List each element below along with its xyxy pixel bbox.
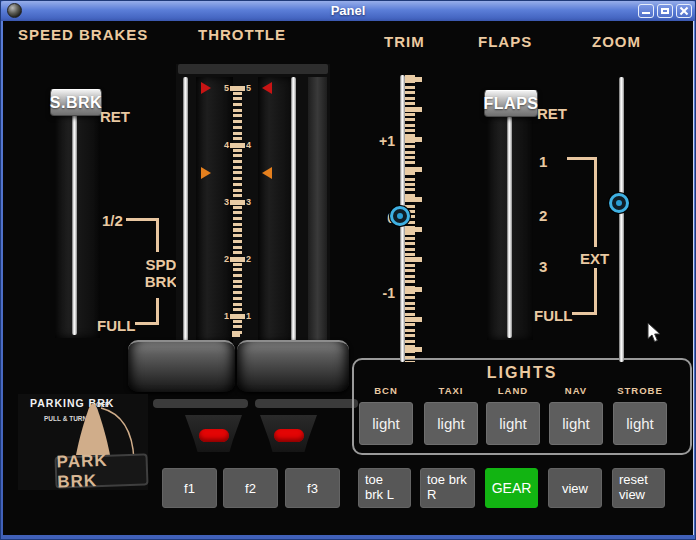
speed-brake-track[interactable] — [55, 110, 100, 338]
f2-button[interactable]: f2 — [223, 468, 278, 508]
panel-window: Panel SPEED BRAKES THROTTLE TRIM FLAPS Z… — [0, 0, 696, 540]
f3-button[interactable]: f3 — [285, 468, 340, 508]
nav-light-button[interactable]: light — [549, 402, 603, 445]
flaps-full-label: FULL — [534, 307, 572, 324]
light-col-bcn: BCN light — [359, 385, 413, 445]
light-col-nav: NAV light — [549, 385, 603, 445]
toe-brk-r-button[interactable]: toe brk R — [420, 468, 475, 508]
flaps-3-label: 3 — [539, 258, 547, 275]
bcn-label: BCN — [359, 385, 413, 396]
speed-brake-handle[interactable]: S.BRK — [50, 89, 102, 116]
flaps-ret-label: RET — [537, 105, 567, 122]
speed-brake-half-label: 1/2 — [102, 212, 123, 229]
speed-brakes-title: SPEED BRAKES — [18, 26, 148, 43]
reverse-lever-left[interactable] — [185, 415, 242, 452]
light-col-strobe: STROBE light — [613, 385, 667, 445]
red-marker-right-icon — [262, 82, 272, 94]
trim-plus1-label: +1 — [369, 133, 395, 149]
maximize-icon — [661, 8, 669, 14]
speed-brake-ret-label: RET — [100, 108, 130, 125]
flaps-rail — [507, 116, 512, 338]
speed-brake-rail — [72, 114, 77, 335]
throttle-handle-left[interactable] — [128, 340, 235, 392]
ext-bracket — [567, 157, 597, 160]
reset-view-button[interactable]: reset view — [612, 468, 665, 508]
throttle-track-right[interactable] — [258, 77, 295, 343]
throttle-rail-left — [183, 77, 188, 343]
park-brk-plaque: PARK BRK — [54, 453, 148, 488]
land-label: LAND — [486, 385, 540, 396]
f1-button[interactable]: f1 — [162, 468, 217, 508]
orange-marker-right-icon — [262, 167, 272, 179]
lights-title: LIGHTS — [354, 364, 690, 382]
lights-panel: LIGHTS BCN light TAXI light LAND light N… — [352, 358, 692, 455]
taxi-light-button[interactable]: light — [424, 402, 478, 445]
throttle-right-post — [308, 77, 327, 343]
speed-brake-full-label: FULL — [97, 317, 135, 334]
cursor-icon — [647, 322, 662, 344]
zoom-knob[interactable] — [609, 193, 629, 213]
frame-highlight — [693, 21, 694, 535]
taxi-label: TAXI — [424, 385, 478, 396]
throttle-base-bar-right — [255, 399, 358, 408]
throttle-track-left[interactable] — [196, 77, 233, 343]
trim-minus1-label: -1 — [369, 285, 395, 301]
light-col-taxi: TAXI light — [424, 385, 478, 445]
zoom-rail[interactable] — [619, 77, 624, 362]
orange-marker-left-icon — [201, 167, 211, 179]
brk-label: BRK — [142, 274, 180, 291]
throttle-base-bar-left — [153, 399, 248, 408]
parking-brake-panel: PARKING BRK OFF PULL & TURN N PARK BRK — [18, 394, 148, 490]
flaps-title: FLAPS — [478, 33, 532, 50]
flaps-handle[interactable]: FLAPS — [484, 90, 538, 117]
throttle-title: THROTTLE — [198, 26, 286, 43]
throttle-scale-num: 5 — [215, 83, 229, 93]
flaps-2-label: 2 — [539, 207, 547, 224]
flaps-ext-label: EXT — [580, 250, 609, 267]
spd-label: SPD — [142, 257, 180, 274]
strobe-label: STROBE — [613, 385, 667, 396]
throttle-handle-right[interactable] — [237, 340, 349, 392]
panel-content: SPEED BRAKES THROTTLE TRIM FLAPS ZOOM S.… — [3, 21, 693, 535]
throttle-top-bar — [178, 64, 328, 74]
toe-brk-l-button[interactable]: toe brk L — [358, 468, 411, 508]
zoom-title: ZOOM — [592, 33, 641, 50]
red-marker-left-icon — [201, 82, 211, 94]
gear-button[interactable]: GEAR — [485, 468, 538, 508]
minimize-icon — [642, 12, 650, 14]
bcn-light-button[interactable]: light — [359, 402, 413, 445]
spd-brk-bracket — [126, 218, 159, 221]
reverse-indicator-left — [199, 429, 229, 442]
nav-label: NAV — [549, 385, 603, 396]
trim-knob[interactable] — [390, 206, 410, 226]
throttle-scale-end-tick — [232, 331, 240, 337]
window-title: Panel — [1, 3, 695, 18]
strobe-light-button[interactable]: light — [613, 402, 667, 445]
view-button[interactable]: view — [548, 468, 602, 508]
close-button[interactable] — [676, 4, 692, 18]
land-light-button[interactable]: light — [486, 402, 540, 445]
maximize-button[interactable] — [657, 4, 673, 18]
titlebar[interactable]: Panel — [1, 1, 695, 21]
minimize-button[interactable] — [638, 4, 654, 18]
throttle-scale-major-ticks — [230, 86, 245, 320]
reverse-lever-right[interactable] — [260, 415, 317, 452]
light-col-land: LAND light — [486, 385, 540, 445]
reverse-indicator-right — [274, 429, 304, 442]
trim-title: TRIM — [384, 33, 425, 50]
throttle-rail-right — [291, 77, 296, 343]
flaps-1-label: 1 — [539, 153, 547, 170]
